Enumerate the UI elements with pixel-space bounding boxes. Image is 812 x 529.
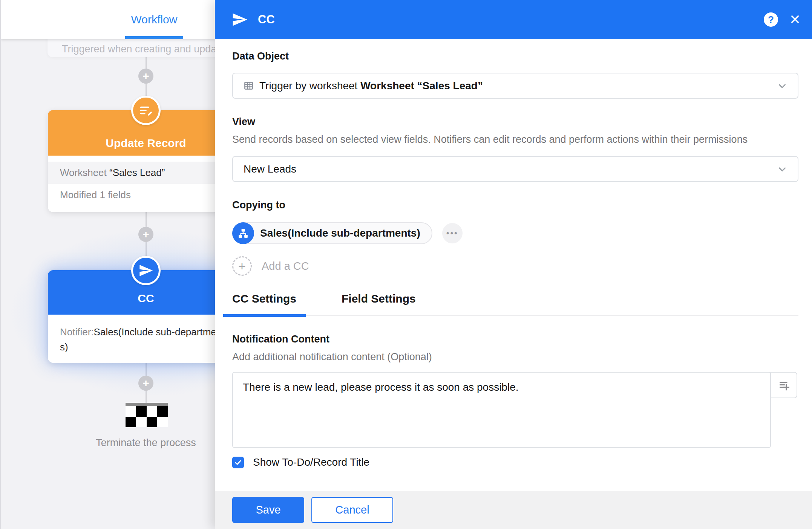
node-cc[interactable]: CC Notifier:Sales(Include sub-department…	[48, 270, 215, 363]
panel-title: CC	[258, 13, 275, 26]
notification-content-description: Add additional notification content (Opt…	[232, 351, 798, 363]
view-value: New Leads	[244, 163, 296, 175]
recipient-chip[interactable]: Sales(Include sub-departments)	[232, 222, 432, 244]
send-icon	[138, 263, 153, 278]
terminate-process-label: Terminate the process	[89, 437, 202, 449]
worksheet-grid-icon	[244, 81, 254, 91]
check-icon	[234, 459, 242, 466]
add-field-icon	[778, 379, 790, 391]
view-label: View	[232, 116, 798, 128]
chevron-down-icon	[777, 80, 788, 92]
notifier-label: Notifier:	[60, 326, 94, 338]
view-select[interactable]: New Leads	[232, 156, 798, 182]
show-todo-row: Show To-Do/Record Title	[232, 456, 798, 468]
close-icon[interactable]: ✕	[789, 13, 801, 26]
node-update-record[interactable]: Update Record Worksheet “Sales Lead” Mod…	[48, 110, 215, 212]
add-cc-label: Add a CC	[262, 260, 309, 272]
more-options-icon[interactable]: •••	[442, 223, 463, 243]
cc-settings-panel: CC ? ✕ Data Object Trigger by worksheet …	[215, 0, 812, 529]
update-record-title: Update Record	[106, 137, 186, 150]
notification-content-row: There is a new lead, please process it a…	[232, 372, 798, 448]
panel-footer: Save Cancel	[215, 491, 812, 529]
edit-list-icon	[138, 103, 153, 118]
recipient-row: Sales(Include sub-departments) •••	[232, 222, 798, 244]
tab-workflow-underline	[125, 36, 183, 39]
department-avatar	[232, 222, 254, 244]
update-record-node-icon[interactable]	[131, 96, 161, 125]
worksheet-value: “Sales Lead”	[109, 167, 165, 178]
help-icon[interactable]: ?	[764, 12, 778, 27]
update-record-worksheet-row: Worksheet “Sales Lead”	[48, 162, 215, 184]
terminate-flag-pole	[126, 403, 168, 406]
panel-body: Data Object Trigger by worksheet Workshe…	[215, 39, 812, 491]
cc-node-header: CC	[48, 270, 215, 315]
panel-header: CC ? ✕	[215, 0, 812, 39]
app-screen: Triggered when creating and updati Workf…	[0, 0, 812, 529]
settings-tabs: CC Settings Field Settings	[232, 292, 798, 316]
insert-field-button[interactable]	[770, 372, 797, 398]
notification-content-input[interactable]: There is a new lead, please process it a…	[232, 372, 771, 448]
send-icon	[231, 11, 248, 28]
worksheet-label: Worksheet	[60, 167, 107, 178]
add-node-button[interactable]: +	[138, 69, 153, 84]
add-cc-row[interactable]: + Add a CC	[232, 256, 798, 276]
data-object-value: Trigger by worksheet Worksheet “Sales Le…	[259, 80, 483, 92]
add-node-button[interactable]: +	[138, 227, 153, 242]
checkered-flag-icon	[126, 406, 168, 427]
data-object-select[interactable]: Trigger by worksheet Worksheet “Sales Le…	[232, 73, 798, 99]
org-chart-icon	[237, 228, 249, 239]
recipient-name: Sales(Include sub-departments)	[260, 227, 420, 239]
workflow-canvas: Triggered when creating and updati Workf…	[0, 0, 215, 529]
view-description: Send records based on selected view fiel…	[232, 134, 798, 145]
data-object-label: Data Object	[232, 50, 798, 62]
cancel-button[interactable]: Cancel	[311, 497, 393, 523]
copying-to-label: Copying to	[232, 199, 798, 211]
update-record-header: Update Record	[48, 110, 215, 156]
add-plus-icon[interactable]: +	[232, 256, 252, 276]
chevron-down-icon	[777, 164, 788, 175]
show-todo-checkbox[interactable]	[232, 457, 244, 468]
tab-field-settings[interactable]: Field Settings	[342, 292, 416, 315]
notification-content-label: Notification Content	[232, 333, 798, 345]
cc-node-icon[interactable]	[131, 256, 161, 285]
tab-workflow[interactable]: Workflow	[125, 0, 183, 39]
save-button[interactable]: Save	[232, 497, 304, 523]
trigger-node-note: Triggered when creating and updati	[62, 43, 215, 55]
cc-node-summary: Notifier:Sales(Include sub-departments)	[48, 315, 215, 355]
canvas-topbar: Workflow	[1, 0, 215, 39]
add-node-button[interactable]: +	[138, 376, 153, 391]
show-todo-label: Show To-Do/Record Title	[253, 456, 369, 468]
cc-node-title: CC	[138, 292, 154, 305]
tab-cc-settings[interactable]: CC Settings	[232, 292, 296, 315]
update-record-modified-row: Modified 1 fields	[48, 184, 215, 206]
